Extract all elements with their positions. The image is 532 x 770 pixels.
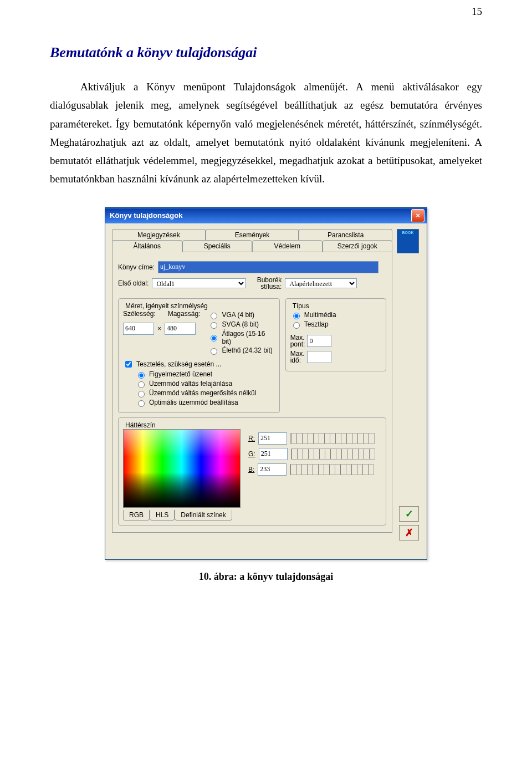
testopt-offer-label: Üzemmód váltás felajánlása — [149, 380, 232, 387]
ok-button[interactable]: ✓ — [399, 506, 419, 522]
b-label: B: — [248, 466, 254, 473]
maxpoint-l2: pont: — [290, 341, 305, 348]
testopt-offer[interactable] — [138, 381, 145, 388]
max-time-input[interactable] — [307, 351, 331, 363]
titlebar[interactable]: Könyv tulajdonságok × — [105, 208, 427, 223]
r-slider[interactable] — [290, 433, 375, 444]
testopt-warn[interactable] — [138, 372, 145, 379]
colortab-defined[interactable]: Definiált színek — [175, 510, 232, 521]
first-page-label: Első oldal: — [118, 279, 149, 287]
colortab-hls[interactable]: HLS — [150, 510, 175, 521]
g-slider[interactable] — [291, 448, 375, 460]
type-legend: Típus — [290, 302, 311, 310]
tab-panel-general: Könyv címe: Első oldal: Oldal1 Buborék s… — [112, 252, 392, 533]
colortab-rgb[interactable]: RGB — [123, 510, 150, 521]
maxtime-l2: idő: — [290, 357, 305, 364]
tab-special[interactable]: Speciális — [182, 240, 253, 252]
section-heading: Bemutatónk a könyv tulajdonságai — [50, 44, 482, 61]
depth-svga[interactable] — [211, 322, 217, 329]
page-number: 15 — [472, 6, 482, 18]
type-testpage-label: Tesztlap — [304, 320, 329, 328]
first-page-select[interactable]: Oldal1 — [152, 278, 246, 288]
window-title: Könyv tulajdonságok — [110, 211, 411, 220]
dialog-window: Könyv tulajdonságok × Megjegyzések Esemé… — [105, 207, 427, 560]
color-picker[interactable] — [123, 429, 241, 508]
test-checkbox[interactable] — [125, 361, 132, 368]
width-label: Szélesség: — [123, 310, 156, 318]
tabs-front-row: Általános Speciális Védelem Szerzői jogo… — [112, 241, 392, 252]
tab-security[interactable]: Védelem — [252, 240, 323, 252]
tab-copyright[interactable]: Szerzői jogok — [323, 240, 393, 252]
book-icon — [397, 229, 419, 253]
bgcolor-legend: Háttérszín — [123, 421, 158, 429]
b-slider[interactable] — [290, 464, 374, 475]
depth-vga[interactable] — [211, 313, 217, 319]
type-multimedia[interactable] — [293, 313, 300, 319]
check-icon: ✓ — [405, 508, 413, 520]
bgcolor-group: Háttérszín R: G: — [118, 417, 386, 526]
figure-caption: 10. ábra: a könyv tulajdonságai — [50, 571, 482, 583]
book-title-input[interactable] — [158, 261, 378, 273]
type-testpage[interactable] — [293, 322, 300, 329]
depth-avg-label: Átlagos (15-16 bit) — [222, 330, 274, 345]
bubble-style-select[interactable]: Alapértelmezett — [285, 278, 357, 288]
tab-notes[interactable]: Megjegyzések — [112, 229, 206, 241]
width-input[interactable] — [123, 323, 154, 335]
bubble-label-2: stílusa: — [249, 283, 282, 290]
max-point-input[interactable] — [307, 335, 331, 347]
testopt-warn-label: Figyelmeztető üzenet — [149, 370, 212, 378]
tabs-back-row: Megjegyzések Események Parancslista — [112, 229, 392, 241]
type-group: Típus Multimédia Tesztlap Max. pont: — [285, 298, 386, 371]
type-multimedia-label: Multimédia — [304, 311, 336, 319]
depth-true[interactable] — [211, 348, 217, 355]
depth-avg[interactable] — [211, 335, 217, 341]
cancel-button[interactable]: ✗ — [399, 525, 419, 540]
testopt-optimal-label: Optimális üzemmód beállítása — [149, 399, 238, 406]
body-text: Aktiváljuk a Könyv menüpont Tulajdonságo… — [50, 78, 482, 188]
depth-true-label: Élethű (24,32 bit) — [222, 346, 272, 354]
test-checkbox-label: Tesztelés, szükség esetén ... — [136, 360, 221, 368]
size-group: Méret, igényelt színmélység Szélesség: M… — [118, 298, 280, 413]
testopt-optimal[interactable] — [138, 400, 145, 407]
testopt-noconfirm[interactable] — [138, 391, 145, 397]
height-input[interactable] — [165, 323, 196, 335]
book-title-label: Könyv címe: — [118, 263, 155, 271]
height-label: Magasság: — [168, 310, 201, 318]
b-input[interactable] — [258, 463, 287, 476]
tab-commands[interactable]: Parancslista — [299, 229, 392, 241]
cross-icon: ✗ — [405, 527, 413, 539]
g-input[interactable] — [259, 448, 288, 460]
tab-events[interactable]: Események — [206, 229, 299, 241]
close-icon: × — [416, 211, 420, 220]
g-label: G: — [248, 450, 255, 458]
r-label: R: — [248, 435, 255, 442]
depth-svga-label: SVGA (8 bit) — [222, 320, 259, 328]
testopt-noconfirm-label: Üzemmód váltás megerősítés nélkül — [149, 389, 256, 397]
size-legend: Méret, igényelt színmélység — [123, 302, 210, 310]
depth-vga-label: VGA (4 bit) — [222, 311, 254, 319]
dimension-x: × — [157, 325, 161, 333]
tab-general[interactable]: Általános — [112, 240, 182, 252]
close-button[interactable]: × — [411, 209, 424, 222]
r-input[interactable] — [258, 432, 287, 445]
